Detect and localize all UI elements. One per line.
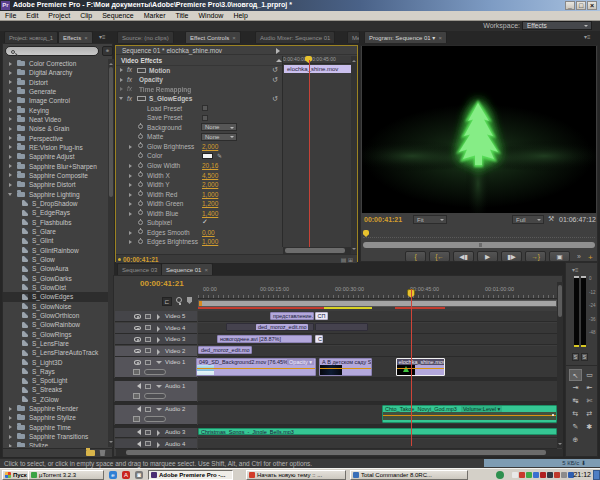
clip-сп[interactable]: СП <box>315 312 328 320</box>
stopwatch-icon[interactable] <box>138 163 143 168</box>
twisty-icon[interactable] <box>9 62 12 66</box>
stopwatch-icon[interactable] <box>138 191 143 196</box>
stopwatch-icon[interactable] <box>138 220 143 225</box>
zoom-tool[interactable]: ⊕ <box>569 434 582 446</box>
collapse-icon[interactable] <box>157 430 160 436</box>
track-header[interactable]: Video 5 <box>115 311 197 322</box>
scrollbar-thumb[interactable] <box>558 285 562 317</box>
collapse-icon[interactable] <box>156 361 162 367</box>
effect-row-motion[interactable]: fxMotion↺ <box>116 66 282 76</box>
tree-row[interactable]: S_GlowDarks <box>3 274 108 283</box>
export-frame-button[interactable]: ▣ <box>549 251 570 262</box>
tree-row[interactable]: S_LensFlareAutoTrack <box>3 348 108 357</box>
preset-button[interactable] <box>202 115 208 121</box>
lock-icon[interactable] <box>145 337 151 342</box>
keyframe-line[interactable] <box>397 368 444 369</box>
effect-controls-hscrollbar[interactable] <box>283 247 351 254</box>
work-area-bar[interactable] <box>198 300 557 307</box>
tree-row[interactable]: Sapphire Adjust <box>3 152 108 161</box>
timeline-hscrollbar[interactable] <box>116 449 563 456</box>
program-timecode[interactable]: 00:00:41:21 <box>364 216 402 223</box>
track-content[interactable] <box>198 439 557 450</box>
effect-row-opacity[interactable]: fxOpacity↺ <box>116 75 282 85</box>
stopwatch-icon[interactable] <box>138 210 143 215</box>
tree-row[interactable]: S_GlowRainbow <box>3 320 108 329</box>
clip-christmas-songs-jingle-bells-mp3[interactable]: Christmas_Songs_-_Jingle_Bells.mp3 <box>198 428 557 436</box>
tree-row[interactable]: S_GlowRings <box>3 330 108 339</box>
twisty-icon[interactable] <box>9 407 12 411</box>
snap-toggle[interactable]: ⊏ <box>162 297 172 306</box>
stopwatch-icon[interactable] <box>138 134 143 139</box>
solo-left-button[interactable]: S <box>572 353 579 361</box>
step-back-button[interactable]: ◀▮ <box>453 251 474 262</box>
lock-icon[interactable] <box>145 441 151 446</box>
program-video-frame[interactable] <box>362 46 596 213</box>
zoom-icons[interactable]: ▤ ⊞ <box>341 256 353 263</box>
collapse-icon[interactable] <box>156 408 162 414</box>
clip-049-sd-background2-mov-76-45-[interactable]: 049_SD_Background2.mov [76.45%]Opacity ▾ <box>196 358 316 376</box>
track-content[interactable]: ded_moroz_edit.mo <box>198 323 557 334</box>
tree-row[interactable]: Color Correction <box>3 59 108 68</box>
tree-row[interactable]: Sapphire Blur+Sharpen <box>3 162 108 171</box>
preset-button[interactable] <box>202 105 208 111</box>
lock-icon[interactable] <box>145 430 151 435</box>
menu-sequence[interactable]: Sequence <box>97 11 139 21</box>
collapse-icon[interactable] <box>157 314 160 320</box>
tree-row[interactable]: S_Glare <box>3 227 108 236</box>
tree-row[interactable]: S_DropShadow <box>3 199 108 208</box>
keyframe-nav[interactable] <box>144 393 166 399</box>
twisty-icon[interactable] <box>119 97 123 100</box>
clip-новогоднее-avi-28-87-[interactable]: новогоднее.avi [28.87%] <box>217 335 312 343</box>
display-style-icon[interactable] <box>133 393 140 399</box>
stopwatch-icon[interactable] <box>138 201 143 206</box>
eye-icon[interactable] <box>134 314 141 319</box>
tab-source[interactable]: Source: (no clips) <box>117 31 174 43</box>
workspace-dropdown[interactable]: Effects <box>522 21 592 30</box>
tree-row[interactable]: Sapphire Composite <box>3 171 108 180</box>
twisty-icon[interactable] <box>8 193 12 196</box>
twisty-icon[interactable] <box>9 89 12 93</box>
minimize-button[interactable]: _ <box>565 1 575 10</box>
stopwatch-icon[interactable] <box>138 229 143 234</box>
tree-row[interactable]: S_GlintRainbow <box>3 246 108 255</box>
twisty-icon[interactable] <box>129 193 132 197</box>
tree-row[interactable]: Image Control <box>3 96 108 105</box>
tree-row[interactable]: S_GlowDist <box>3 283 108 292</box>
play-button[interactable]: ▶ <box>477 251 498 262</box>
lightbulb-icon[interactable] <box>176 297 182 303</box>
more-buttons-icon[interactable]: » <box>577 253 581 260</box>
clip-представление-[interactable]: представление. <box>270 312 314 320</box>
lock-icon[interactable] <box>145 325 151 330</box>
tree-row[interactable]: Sapphire Distort <box>3 180 108 189</box>
keyframe-nav[interactable] <box>144 369 166 375</box>
menu-help[interactable]: Help <box>228 11 252 21</box>
twisty-icon[interactable] <box>9 164 12 168</box>
lock-icon[interactable] <box>145 348 151 353</box>
quality-dropdown[interactable]: Full <box>512 215 544 224</box>
clip-chto-takoe-novyi-god-mp3[interactable]: Chto_Takoe_Novyi_God.mp3Volume:Level ▾ <box>382 405 557 423</box>
tray-icon[interactable] <box>533 472 539 478</box>
color-swatch[interactable] <box>202 153 213 159</box>
twisty-icon[interactable] <box>120 78 123 82</box>
twisty-icon[interactable] <box>129 174 132 178</box>
effect-row-glow-width[interactable]: Glow Width20,16 <box>116 161 282 171</box>
tray-icon[interactable] <box>526 472 532 478</box>
ripple-edit-tool[interactable]: ⇥ <box>569 382 582 394</box>
panel-menu-icon[interactable]: ▾≡ <box>572 266 579 273</box>
twisty-icon[interactable] <box>9 435 12 439</box>
clip-сп[interactable]: СП <box>315 335 323 343</box>
stopwatch-icon[interactable] <box>138 124 143 129</box>
effect-row-glow-brightness[interactable]: Glow Brightness2,000 <box>116 142 282 152</box>
tree-row[interactable]: Noise & Grain <box>3 124 108 133</box>
twisty-icon[interactable] <box>129 202 132 206</box>
trash-icon[interactable] <box>99 449 106 456</box>
track-header[interactable]: Video 2 <box>115 346 197 357</box>
track-header[interactable]: Audio 4 <box>115 439 197 450</box>
clip-opacity-dropdown[interactable]: Opacity ▾ <box>287 359 314 365</box>
track-header[interactable]: Audio 3 <box>115 427 197 438</box>
tree-row[interactable]: S_Light3D <box>3 358 108 367</box>
track-content[interactable]: Christmas_Songs_-_Jingle_Bells.mp3 <box>198 427 557 438</box>
tree-row[interactable]: S_Streaks <box>3 385 108 394</box>
effect-row-width-blue[interactable]: Width Blue1,400 <box>116 209 282 219</box>
display-style-icon[interactable] <box>133 416 140 422</box>
